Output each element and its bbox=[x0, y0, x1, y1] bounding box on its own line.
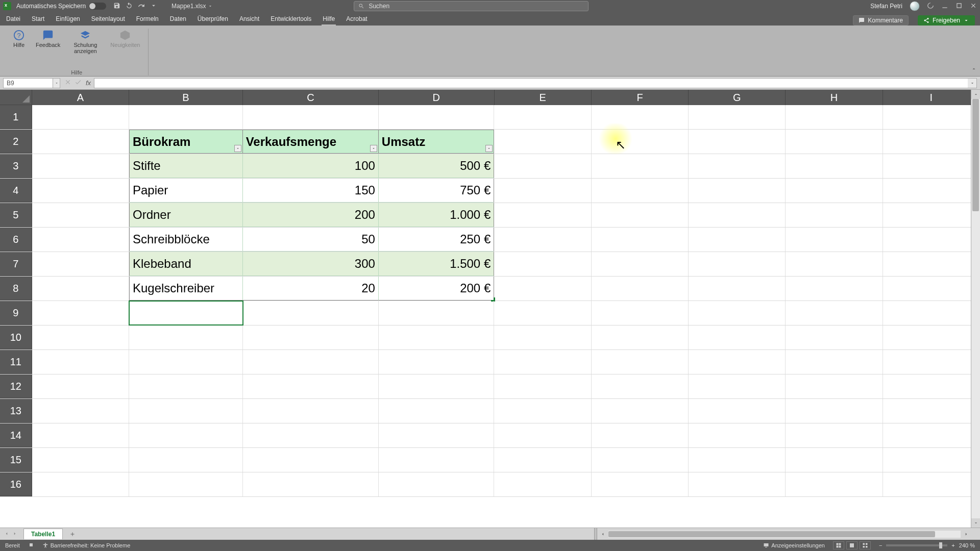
save-icon[interactable] bbox=[113, 2, 120, 11]
cell[interactable] bbox=[32, 301, 129, 325]
cell[interactable] bbox=[689, 154, 786, 178]
sheet-next-icon[interactable] bbox=[12, 531, 17, 538]
name-box[interactable]: B9 bbox=[3, 78, 53, 88]
cell[interactable] bbox=[786, 154, 883, 178]
cell[interactable] bbox=[786, 277, 883, 300]
cell[interactable] bbox=[32, 203, 129, 227]
tab-developer[interactable]: Entwicklertools bbox=[270, 13, 312, 26]
cell[interactable] bbox=[32, 130, 129, 154]
cell[interactable] bbox=[689, 203, 786, 227]
toggle-icon[interactable] bbox=[89, 3, 106, 10]
cell[interactable] bbox=[32, 374, 129, 398]
scroll-thumb[interactable] bbox=[972, 99, 979, 211]
cell[interactable] bbox=[689, 325, 786, 349]
cell[interactable] bbox=[494, 277, 591, 300]
zoom-value[interactable]: 240 % bbox=[959, 542, 975, 548]
formula-input[interactable] bbox=[94, 78, 968, 88]
cell[interactable] bbox=[32, 179, 129, 203]
select-all-button[interactable] bbox=[0, 90, 32, 105]
cell[interactable] bbox=[32, 399, 129, 423]
cell[interactable] bbox=[689, 423, 786, 447]
cell[interactable] bbox=[592, 203, 689, 227]
cell[interactable] bbox=[883, 325, 980, 349]
cell[interactable] bbox=[494, 105, 591, 129]
minimize-icon[interactable] bbox=[941, 2, 948, 11]
cell[interactable] bbox=[494, 325, 591, 349]
cell[interactable] bbox=[786, 350, 883, 374]
cell[interactable] bbox=[786, 374, 883, 398]
cell[interactable] bbox=[592, 228, 689, 252]
cell[interactable] bbox=[494, 399, 591, 423]
cell[interactable] bbox=[689, 277, 786, 300]
cell[interactable] bbox=[689, 399, 786, 423]
cell[interactable] bbox=[494, 374, 591, 398]
col-header-h[interactable]: H bbox=[786, 90, 883, 105]
row-header[interactable]: 9 bbox=[0, 301, 32, 325]
cell[interactable] bbox=[494, 301, 591, 325]
cell[interactable] bbox=[129, 374, 243, 398]
col-header-g[interactable]: G bbox=[689, 90, 786, 105]
sheet-tab[interactable]: Tabelle1 bbox=[23, 529, 63, 539]
cell[interactable] bbox=[379, 105, 494, 129]
cell[interactable] bbox=[689, 301, 786, 325]
sheet-prev-icon[interactable] bbox=[4, 531, 9, 538]
filename[interactable]: Mappe1.xlsx bbox=[172, 3, 213, 10]
tab-formulas[interactable]: Formeln bbox=[135, 13, 160, 26]
macro-record-icon[interactable] bbox=[28, 542, 34, 549]
avatar[interactable] bbox=[910, 1, 920, 11]
cell[interactable] bbox=[786, 203, 883, 227]
cell[interactable] bbox=[32, 423, 129, 447]
filter-button[interactable] bbox=[370, 145, 377, 152]
row-header[interactable]: 5 bbox=[0, 203, 32, 227]
row-header[interactable]: 16 bbox=[0, 472, 32, 496]
col-header-e[interactable]: E bbox=[495, 90, 592, 105]
cell[interactable] bbox=[379, 374, 494, 398]
cell[interactable] bbox=[32, 325, 129, 349]
cell[interactable] bbox=[494, 179, 591, 203]
scroll-track[interactable] bbox=[608, 531, 961, 538]
scroll-down-icon[interactable] bbox=[971, 518, 980, 528]
row-header[interactable]: 11 bbox=[0, 350, 32, 374]
cell[interactable] bbox=[883, 228, 980, 252]
cell[interactable] bbox=[786, 105, 883, 129]
formula-expand-button[interactable] bbox=[968, 78, 977, 88]
cell[interactable] bbox=[494, 350, 591, 374]
cell[interactable] bbox=[592, 252, 689, 276]
cell[interactable] bbox=[592, 277, 689, 300]
row-header[interactable]: 4 bbox=[0, 179, 32, 203]
zoom-out-icon[interactable]: − bbox=[879, 542, 882, 548]
cell[interactable] bbox=[883, 374, 980, 398]
qat-dropdown-icon[interactable] bbox=[150, 2, 157, 11]
row-header[interactable]: 8 bbox=[0, 277, 32, 300]
cell[interactable] bbox=[243, 350, 379, 374]
spreadsheet-grid[interactable]: A B C D E F G H I 1 2 Bürokram Verkaufsm… bbox=[0, 90, 980, 528]
tab-review[interactable]: Überprüfen bbox=[197, 13, 229, 26]
cell[interactable] bbox=[592, 154, 689, 178]
cell[interactable] bbox=[379, 472, 494, 496]
row-header[interactable]: 13 bbox=[0, 399, 32, 423]
vertical-scrollbar[interactable] bbox=[971, 90, 980, 528]
tab-home[interactable]: Start bbox=[31, 13, 45, 26]
zoom-in-icon[interactable]: + bbox=[951, 542, 954, 548]
cell[interactable] bbox=[494, 203, 591, 227]
name-box-dropdown[interactable] bbox=[53, 78, 60, 88]
view-pagelayout-button[interactable] bbox=[846, 541, 857, 549]
share-button[interactable]: Freigeben bbox=[918, 15, 975, 26]
cell[interactable] bbox=[786, 228, 883, 252]
scroll-left-icon[interactable] bbox=[598, 530, 607, 539]
cell[interactable] bbox=[243, 448, 379, 472]
cell[interactable] bbox=[592, 350, 689, 374]
cell[interactable] bbox=[32, 277, 129, 300]
filter-button[interactable] bbox=[485, 145, 493, 152]
cell[interactable] bbox=[883, 130, 980, 154]
col-header-b[interactable]: B bbox=[129, 90, 243, 105]
cell[interactable] bbox=[243, 472, 379, 496]
cell[interactable] bbox=[883, 154, 980, 178]
cell[interactable] bbox=[786, 399, 883, 423]
cell[interactable] bbox=[494, 423, 591, 447]
col-header-a[interactable]: A bbox=[32, 90, 129, 105]
cell[interactable] bbox=[129, 105, 243, 129]
sync-icon[interactable] bbox=[927, 2, 934, 11]
cell[interactable] bbox=[32, 448, 129, 472]
cell[interactable] bbox=[786, 472, 883, 496]
